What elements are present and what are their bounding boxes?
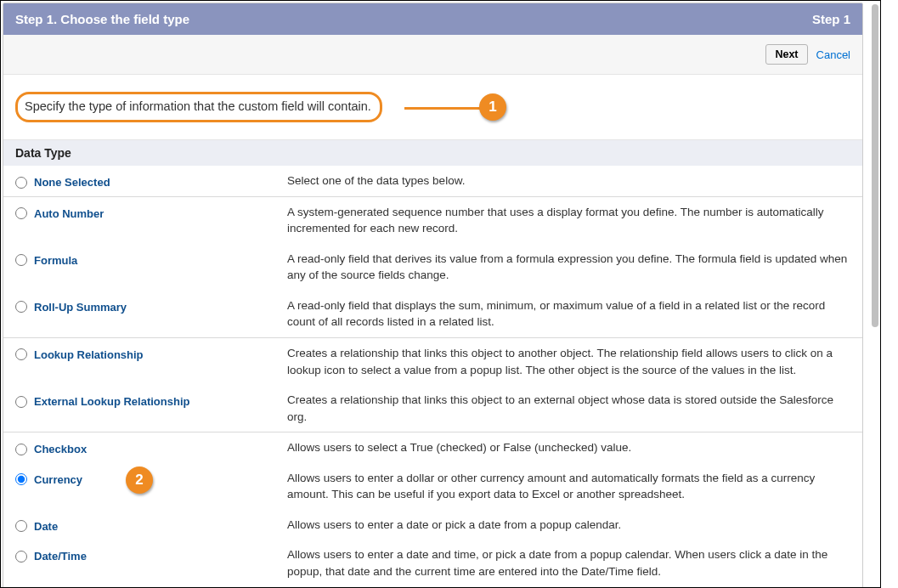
- data-type-label[interactable]: Date/Time: [34, 550, 87, 563]
- top-actions-bar: Next Cancel: [3, 35, 862, 75]
- data-type-radio[interactable]: [15, 520, 27, 532]
- cancel-link[interactable]: Cancel: [816, 48, 850, 61]
- data-type-row: Lookup RelationshipCreates a relationshi…: [3, 338, 862, 385]
- data-type-radio[interactable]: [15, 396, 27, 408]
- callout-1-connector: [404, 107, 483, 110]
- data-type-row: Auto NumberA system-generated sequence n…: [3, 197, 862, 244]
- data-type-option: Checkbox: [15, 439, 287, 455]
- data-type-option: Formula: [15, 251, 287, 267]
- callout-2-badge: 2: [126, 466, 153, 494]
- data-type-description: Select one of the data types below.: [287, 172, 850, 189]
- data-type-label[interactable]: Checkbox: [34, 443, 87, 455]
- data-type-option: Date/Time: [15, 546, 287, 563]
- page-container: Step 1. Choose the field type Step 1 Nex…: [3, 3, 863, 588]
- callout-1-badge: 1: [479, 93, 506, 121]
- data-type-description: Allows users to enter a dollar or other …: [287, 470, 850, 503]
- next-button[interactable]: Next: [765, 44, 807, 65]
- data-type-group: CheckboxAllows users to select a True (c…: [3, 433, 862, 587]
- data-type-radio[interactable]: [15, 444, 27, 455]
- data-type-group: Lookup RelationshipCreates a relationshi…: [3, 338, 862, 433]
- data-type-radio[interactable]: [15, 551, 27, 563]
- data-type-row: Currency2Allows users to enter a dollar …: [3, 463, 862, 510]
- data-type-radio[interactable]: [15, 348, 27, 360]
- data-type-description: Allows users to enter a date and time, o…: [287, 546, 850, 580]
- step-title-right: Step 1: [812, 12, 850, 26]
- data-type-radio[interactable]: [15, 473, 27, 485]
- step-title-left: Step 1. Choose the field type: [15, 12, 189, 26]
- data-type-groups: None SelectedSelect one of the data type…: [3, 166, 862, 588]
- data-type-label[interactable]: Lookup Relationship: [34, 348, 144, 361]
- data-type-label[interactable]: None Selected: [34, 176, 110, 189]
- data-type-description: A system-generated sequence number that …: [287, 204, 850, 237]
- data-type-radio[interactable]: [15, 254, 27, 266]
- data-type-row: Roll-Up SummaryA read-only field that di…: [3, 291, 862, 337]
- data-type-option: None Selected: [15, 172, 287, 189]
- data-type-option: Auto Number: [15, 204, 287, 220]
- data-type-row: DateAllows users to enter a date or pick…: [3, 510, 862, 540]
- data-type-label[interactable]: Formula: [34, 254, 77, 267]
- data-type-label[interactable]: Roll-Up Summary: [34, 301, 127, 314]
- data-type-description: Creates a relationship that links this o…: [287, 392, 850, 425]
- instruction-box: Specify the type of information that the…: [15, 92, 382, 122]
- data-type-description: Allows users to enter a date or pick a d…: [287, 517, 850, 534]
- data-type-label[interactable]: External Lookup Relationship: [34, 395, 189, 408]
- scrollbar-track[interactable]: [870, 4, 880, 584]
- data-type-option: Date: [15, 517, 287, 533]
- data-type-radio[interactable]: [15, 207, 27, 219]
- data-type-row: Date/TimeAllows users to enter a date an…: [3, 540, 862, 586]
- instruction-text: Specify the type of information that the…: [25, 99, 371, 113]
- data-type-description: Creates a relationship that links this o…: [287, 345, 850, 378]
- data-type-row: CheckboxAllows users to select a True (c…: [3, 433, 862, 463]
- data-type-description: A read-only field that displays the sum,…: [287, 297, 850, 331]
- data-type-option: Lookup Relationship: [15, 345, 287, 361]
- data-type-description: A read-only field that derives its value…: [287, 251, 850, 284]
- scrollbar-thumb[interactable]: [872, 4, 878, 327]
- data-type-group: None SelectedSelect one of the data type…: [3, 166, 862, 197]
- data-type-label[interactable]: Currency: [34, 473, 82, 486]
- window-frame: Step 1. Choose the field type Step 1 Nex…: [0, 0, 881, 588]
- data-type-option: Currency2: [15, 470, 287, 486]
- data-type-option: External Lookup Relationship: [15, 392, 287, 408]
- data-type-row: External Lookup RelationshipCreates a re…: [3, 385, 862, 432]
- data-type-label[interactable]: Auto Number: [34, 207, 104, 220]
- data-type-row: FormulaA read-only field that derives it…: [3, 244, 862, 291]
- data-type-radio[interactable]: [15, 177, 27, 189]
- data-type-section-header: Data Type: [3, 140, 862, 166]
- data-type-description: Allows users to select a True (checked) …: [287, 439, 850, 456]
- instruction-row: Specify the type of information that the…: [3, 75, 862, 140]
- data-type-label[interactable]: Date: [34, 520, 58, 533]
- data-type-row: None SelectedSelect one of the data type…: [3, 166, 862, 196]
- data-type-group: Auto NumberA system-generated sequence n…: [3, 197, 862, 338]
- step-header: Step 1. Choose the field type Step 1: [3, 3, 862, 35]
- data-type-radio[interactable]: [15, 301, 27, 313]
- data-type-option: Roll-Up Summary: [15, 297, 287, 314]
